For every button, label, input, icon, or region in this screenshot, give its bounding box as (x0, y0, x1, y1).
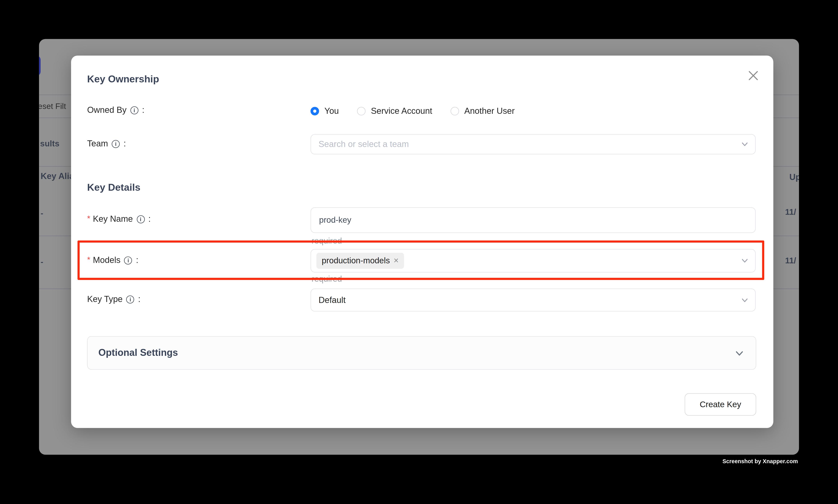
radio-label: You (324, 106, 339, 116)
key-name-required-message: required (311, 236, 342, 246)
key-type-label: Key Type : (87, 294, 140, 304)
radio-unselected-icon (450, 107, 459, 115)
info-icon (126, 295, 134, 303)
chevron-down-icon (741, 257, 748, 264)
team-select-placeholder: Search or select a team (318, 139, 409, 149)
remove-tag-icon[interactable] (394, 256, 399, 265)
owned-by-label-text: Owned By (87, 105, 126, 115)
label-colon: : (124, 139, 126, 148)
create-key-button[interactable]: Create Key (684, 393, 756, 416)
info-icon (112, 140, 120, 148)
info-icon (124, 256, 132, 264)
watermark-text: Screenshot by Xnapper.com (723, 458, 798, 464)
radio-selected-icon (310, 107, 319, 115)
models-required-message: required (311, 274, 342, 284)
table-row-cell: - (41, 209, 43, 218)
optional-settings-toggle[interactable]: Optional Settings (87, 336, 756, 370)
radio-label: Service Account (371, 106, 432, 116)
key-details-title: Key Details (87, 182, 140, 194)
column-header-key-alias: Key Alia (41, 172, 74, 181)
chevron-down-icon (741, 141, 748, 148)
selected-model-tag-label: production-models (322, 256, 390, 266)
info-icon (130, 106, 138, 114)
create-key-button-label: Create Key (700, 400, 741, 409)
radio-option-another-user[interactable]: Another User (450, 106, 515, 116)
key-name-label-text: Key Name (93, 214, 133, 224)
label-colon: : (142, 105, 144, 115)
key-name-input[interactable] (310, 207, 755, 233)
models-label: * Models : (87, 255, 138, 265)
owned-by-radio-group: You Service Account Another User (310, 106, 515, 116)
label-colon: : (138, 294, 140, 304)
key-type-selected-value: Default (318, 295, 345, 305)
models-select[interactable]: production-models (310, 249, 755, 272)
key-type-select[interactable]: Default (310, 288, 755, 311)
radio-unselected-icon (357, 107, 365, 115)
key-type-label-text: Key Type (87, 294, 123, 304)
label-colon: : (136, 255, 138, 265)
models-label-text: Models (93, 255, 121, 265)
close-button[interactable] (746, 68, 760, 82)
create-key-modal: Key Ownership Owned By : You Service Acc… (71, 56, 773, 428)
label-colon: : (148, 214, 151, 224)
chevron-down-icon (741, 296, 748, 304)
selected-model-tag: production-models (316, 253, 404, 269)
radio-option-service-account[interactable]: Service Account (357, 106, 432, 116)
required-asterisk: * (87, 214, 90, 223)
key-name-label: * Key Name : (87, 214, 151, 224)
table-row-cell: 11/ (785, 256, 796, 266)
background-button-fragment (39, 56, 41, 76)
chevron-down-icon (735, 348, 744, 358)
team-select[interactable]: Search or select a team (310, 134, 755, 155)
modal-title: Key Ownership (87, 73, 159, 85)
required-asterisk: * (87, 254, 90, 264)
optional-settings-title: Optional Settings (99, 347, 178, 358)
radio-label: Another User (464, 106, 515, 116)
reset-filters-fragment: eset Filt (39, 102, 66, 111)
column-header-updated: Up (789, 173, 799, 182)
owned-by-label: Owned By : (87, 105, 144, 115)
results-count-fragment: sults (40, 139, 59, 148)
team-label: Team : (87, 139, 126, 148)
table-row-cell: - (41, 257, 43, 266)
info-icon (137, 215, 144, 223)
team-label-text: Team (87, 139, 108, 148)
close-icon (748, 70, 758, 80)
table-row-cell: 11/ (785, 207, 796, 217)
screenshot-stage: eset Filt sults Key Alia Up - 11/ - 11/ … (0, 0, 838, 504)
radio-option-you[interactable]: You (310, 106, 339, 116)
